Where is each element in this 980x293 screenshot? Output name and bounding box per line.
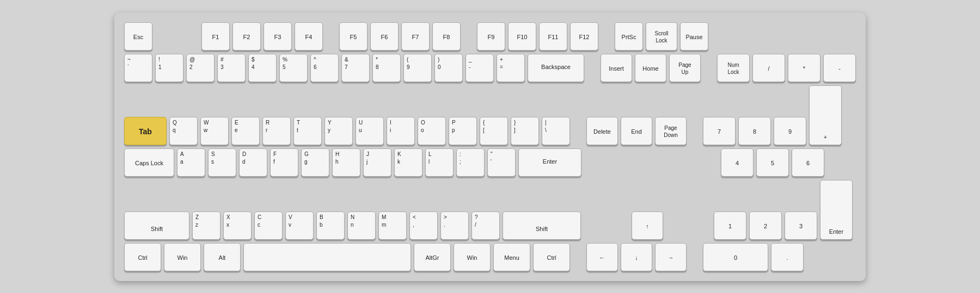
key-s[interactable]: Ss xyxy=(208,148,236,177)
key-4[interactable]: $4 xyxy=(248,54,277,82)
key-enter[interactable]: Enter xyxy=(518,148,581,177)
key-9[interactable]: (9 xyxy=(403,54,432,82)
key-capslock[interactable]: Caps Lock xyxy=(124,148,174,177)
key-numlock[interactable]: NumLock xyxy=(717,54,750,82)
key-3[interactable]: #3 xyxy=(217,54,246,82)
key-h[interactable]: Hh xyxy=(332,148,360,177)
key-num-divide[interactable]: / xyxy=(752,54,785,82)
key-arrow-down[interactable]: ↓ xyxy=(621,243,652,271)
key-num-multiply[interactable]: * xyxy=(788,54,820,82)
key-insert[interactable]: Insert xyxy=(601,54,632,82)
key-num-plus[interactable]: + xyxy=(809,85,842,145)
key-a[interactable]: Aa xyxy=(177,148,205,177)
key-num4[interactable]: 4 xyxy=(721,148,754,177)
key-backspace[interactable]: Backspace xyxy=(528,54,584,82)
key-i[interactable]: Ii xyxy=(387,117,415,145)
key-p[interactable]: Pp xyxy=(449,117,477,145)
key-arrow-left[interactable]: ← xyxy=(586,243,618,271)
key-alt-left[interactable]: Alt xyxy=(204,243,241,271)
key-pause[interactable]: Pause xyxy=(680,22,708,51)
key-num3[interactable]: 3 xyxy=(785,211,817,240)
key-scroll[interactable]: ScrollLock xyxy=(646,22,677,51)
key-end[interactable]: End xyxy=(621,117,652,145)
key-j[interactable]: Jj xyxy=(363,148,391,177)
key-comma[interactable]: <, xyxy=(409,211,438,240)
key-f[interactable]: Ff xyxy=(270,148,298,177)
key-f11[interactable]: F11 xyxy=(539,22,567,51)
key-prtsc[interactable]: PrtSc xyxy=(615,22,643,51)
key-delete[interactable]: Delete xyxy=(586,117,618,145)
key-5[interactable]: %5 xyxy=(279,54,308,82)
key-8[interactable]: *8 xyxy=(372,54,401,82)
key-semicolon[interactable]: :; xyxy=(456,148,485,177)
key-pageup[interactable]: PageUp xyxy=(669,54,701,82)
key-f1[interactable]: F1 xyxy=(201,22,230,51)
key-num6[interactable]: 6 xyxy=(792,148,824,177)
key-win-left[interactable]: Win xyxy=(164,243,201,271)
key-f3[interactable]: F3 xyxy=(264,22,292,51)
key-f4[interactable]: F4 xyxy=(295,22,323,51)
key-pagedown[interactable]: PageDown xyxy=(655,117,687,145)
key-esc[interactable]: Esc xyxy=(124,22,152,51)
key-o[interactable]: Oo xyxy=(418,117,446,145)
key-num-enter[interactable]: Enter xyxy=(820,180,853,240)
key-num-dot[interactable]: . xyxy=(771,243,804,271)
key-v[interactable]: Vv xyxy=(285,211,314,240)
key-1[interactable]: !1 xyxy=(155,54,183,82)
key-y[interactable]: Yy xyxy=(324,117,353,145)
key-tab[interactable]: Tab xyxy=(124,117,167,145)
key-c[interactable]: Cc xyxy=(254,211,283,240)
key-w[interactable]: Ww xyxy=(200,117,229,145)
key-f7[interactable]: F7 xyxy=(401,22,430,51)
key-g[interactable]: Gg xyxy=(301,148,329,177)
key-num-minus[interactable]: - xyxy=(823,54,856,82)
key-slash[interactable]: ?/ xyxy=(471,211,500,240)
key-2[interactable]: @2 xyxy=(186,54,215,82)
key-f10[interactable]: F10 xyxy=(508,22,536,51)
key-win-right[interactable]: Win xyxy=(454,243,491,271)
key-l[interactable]: Ll xyxy=(425,148,454,177)
key-home[interactable]: Home xyxy=(635,54,666,82)
key-num5[interactable]: 5 xyxy=(756,148,789,177)
key-arrow-up[interactable]: ↑ xyxy=(632,211,663,240)
key-period[interactable]: >. xyxy=(440,211,469,240)
key-rbracket[interactable]: }] xyxy=(511,117,539,145)
key-altgr[interactable]: AltGr xyxy=(414,243,451,271)
key-u[interactable]: Uu xyxy=(356,117,384,145)
key-num9[interactable]: 9 xyxy=(774,117,806,145)
key-num1[interactable]: 1 xyxy=(714,211,746,240)
key-minus[interactable]: _- xyxy=(465,54,494,82)
key-e[interactable]: Ee xyxy=(231,117,260,145)
key-f12[interactable]: F12 xyxy=(570,22,598,51)
key-f2[interactable]: F2 xyxy=(232,22,261,51)
key-num7[interactable]: 7 xyxy=(703,117,736,145)
key-num0[interactable]: 0 xyxy=(703,243,768,271)
key-q[interactable]: Qq xyxy=(169,117,198,145)
key-menu[interactable]: Menu xyxy=(493,243,530,271)
key-n[interactable]: Nn xyxy=(347,211,376,240)
key-m[interactable]: Mm xyxy=(378,211,407,240)
key-f5[interactable]: F5 xyxy=(339,22,367,51)
key-f8[interactable]: F8 xyxy=(432,22,461,51)
key-d[interactable]: Dd xyxy=(239,148,267,177)
key-r[interactable]: Rr xyxy=(262,117,291,145)
key-f6[interactable]: F6 xyxy=(370,22,399,51)
key-0[interactable]: )0 xyxy=(434,54,463,82)
key-num2[interactable]: 2 xyxy=(749,211,782,240)
key-backslash[interactable]: |\ xyxy=(542,117,570,145)
key-z[interactable]: Zz xyxy=(192,211,220,240)
key-quote[interactable]: "' xyxy=(487,148,516,177)
key-num8[interactable]: 8 xyxy=(738,117,771,145)
key-k[interactable]: Kk xyxy=(394,148,422,177)
key-b[interactable]: Bb xyxy=(316,211,345,240)
key-6[interactable]: ^6 xyxy=(310,54,339,82)
key-arrow-right[interactable]: → xyxy=(655,243,687,271)
key-shift-right[interactable]: Shift xyxy=(503,211,581,240)
key-x[interactable]: Xx xyxy=(223,211,252,240)
key-equals[interactable]: += xyxy=(497,54,525,82)
key-f9[interactable]: F9 xyxy=(477,22,505,51)
key-7[interactable]: &7 xyxy=(341,54,370,82)
key-ctrl-right[interactable]: Ctrl xyxy=(533,243,570,271)
key-ctrl-left[interactable]: Ctrl xyxy=(124,243,161,271)
key-tilde[interactable]: ~` xyxy=(124,54,152,82)
